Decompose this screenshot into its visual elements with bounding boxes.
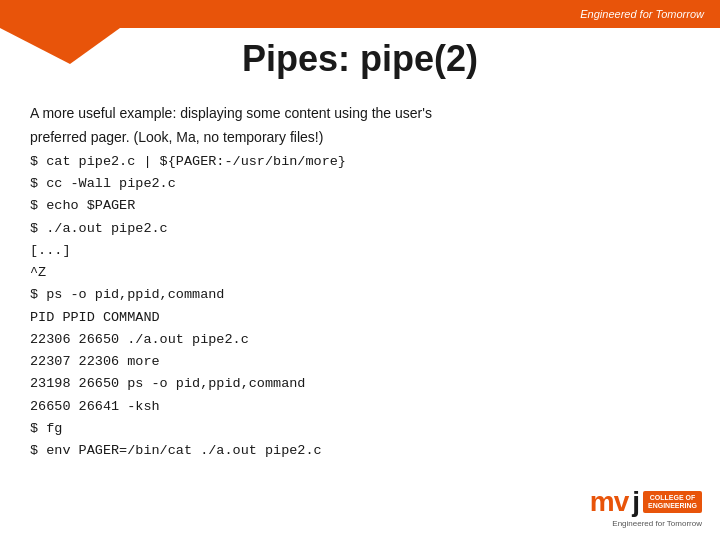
logo-area: mvj COLLEGE OF ENGINEERING Engineered fo… bbox=[590, 486, 702, 528]
code-line-8: 22306 26650 ./a.out pipe2.c bbox=[30, 329, 690, 351]
code-line-11: 26650 26641 -ksh bbox=[30, 396, 690, 418]
intro-line2: preferred pager. (Look, Ma, no temporary… bbox=[30, 126, 690, 148]
logo-j: j bbox=[632, 486, 639, 518]
code-line-6: $ ps -o pid,ppid,command bbox=[30, 284, 690, 306]
code-line-9: 22307 22306 more bbox=[30, 351, 690, 373]
badge-line2: ENGINEERING bbox=[648, 502, 697, 510]
code-line-1: $ cc -Wall pipe2.c bbox=[30, 173, 690, 195]
header-bar: Engineered for Tomorrow bbox=[0, 0, 720, 28]
decorative-notch bbox=[0, 28, 120, 64]
logo-mvj: mvj COLLEGE OF ENGINEERING bbox=[590, 486, 702, 518]
code-block: $ cat pipe2.c | ${PAGER:-/usr/bin/more} … bbox=[30, 151, 690, 463]
code-line-4: [...] bbox=[30, 240, 690, 262]
code-line-0: $ cat pipe2.c | ${PAGER:-/usr/bin/more} bbox=[30, 151, 690, 173]
logo-letters: mv bbox=[590, 486, 628, 518]
header-tagline: Engineered for Tomorrow bbox=[580, 8, 704, 20]
badge-line1: COLLEGE OF bbox=[650, 494, 696, 502]
code-line-7: PID PPID COMMAND bbox=[30, 307, 690, 329]
code-line-12: $ fg bbox=[30, 418, 690, 440]
svg-marker-0 bbox=[0, 28, 120, 64]
code-line-3: $ ./a.out pipe2.c bbox=[30, 218, 690, 240]
code-line-2: $ echo $PAGER bbox=[30, 195, 690, 217]
code-line-13: $ env PAGER=/bin/cat ./a.out pipe2.c bbox=[30, 440, 690, 462]
logo-badge: COLLEGE OF ENGINEERING bbox=[643, 491, 702, 514]
logo-sub: Engineered for Tomorrow bbox=[612, 519, 702, 528]
code-line-10: 23198 26650 ps -o pid,ppid,command bbox=[30, 373, 690, 395]
intro-line1: A more useful example: displaying some c… bbox=[30, 102, 690, 124]
main-content: A more useful example: displaying some c… bbox=[0, 98, 720, 473]
code-line-5: ^Z bbox=[30, 262, 690, 284]
